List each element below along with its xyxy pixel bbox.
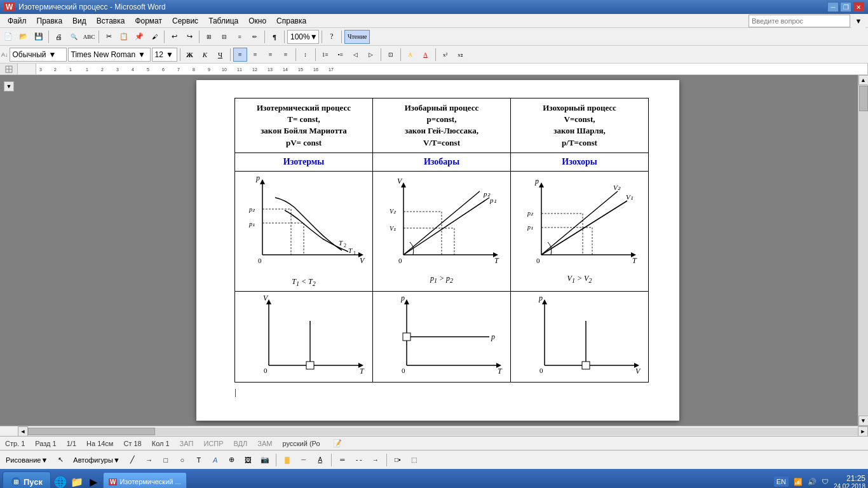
line-spacing-button[interactable]: ↕ bbox=[299, 48, 313, 62]
font-dropdown[interactable]: Times New Roman▼ bbox=[68, 48, 151, 62]
scroll-down-button[interactable]: ▼ bbox=[858, 416, 869, 426]
active-task-word[interactable]: W Изотермический ... bbox=[103, 472, 187, 488]
open-button[interactable]: 📂 bbox=[17, 30, 31, 44]
menu-edit[interactable]: Правка bbox=[32, 15, 68, 27]
scroll-left-button[interactable]: ◄ bbox=[18, 426, 28, 437]
diagram-tool[interactable]: ⊕ bbox=[225, 453, 239, 467]
numbering-button[interactable]: 1≡ bbox=[318, 48, 332, 62]
scroll-right-button[interactable]: ► bbox=[858, 426, 868, 437]
ellipse-tool[interactable]: ○ bbox=[175, 453, 189, 467]
highlight-button[interactable]: A bbox=[403, 48, 417, 62]
right-scrollbar[interactable]: ▲ ▼ bbox=[858, 75, 868, 426]
outside-border-button[interactable]: ⊡ bbox=[384, 48, 398, 62]
scroll-up-button[interactable]: ▲ bbox=[858, 75, 869, 85]
underline-button[interactable]: Ч bbox=[214, 48, 227, 62]
menu-file[interactable]: Файл bbox=[3, 15, 32, 27]
line-style-button[interactable]: ═ bbox=[336, 453, 349, 467]
drawing-button[interactable]: ✏ bbox=[248, 30, 262, 44]
subscript-button[interactable]: x₂ bbox=[454, 48, 468, 62]
bold-button[interactable]: Ж bbox=[183, 48, 197, 62]
start-button[interactable]: ⊞ Пуск bbox=[3, 471, 51, 488]
menu-window[interactable]: Окно bbox=[243, 15, 271, 27]
bullets-button[interactable]: •≡ bbox=[334, 48, 348, 62]
svg-text:5: 5 bbox=[147, 67, 149, 72]
table-diagram-row-2: V T 0 bbox=[235, 292, 649, 383]
scroll-track[interactable] bbox=[858, 85, 869, 416]
menu-help[interactable]: Справка bbox=[271, 15, 311, 27]
wordart-tool[interactable]: A bbox=[208, 453, 222, 467]
arrow-tool[interactable]: → bbox=[142, 453, 156, 467]
help-search-input[interactable] bbox=[749, 15, 850, 27]
italic-button[interactable]: К bbox=[198, 48, 212, 62]
pages-status: 1/1 bbox=[67, 440, 76, 447]
cut-button[interactable]: ✂ bbox=[102, 30, 116, 44]
copy-button[interactable]: 📋 bbox=[117, 30, 131, 44]
style-dropdown[interactable]: Обычный▼ bbox=[10, 48, 67, 62]
svg-text:p₂: p₂ bbox=[483, 190, 491, 198]
fontsize-dropdown[interactable]: 12▼ bbox=[152, 48, 177, 62]
menu-table[interactable]: Таблица bbox=[203, 15, 243, 27]
close-button[interactable]: ✕ bbox=[853, 2, 864, 12]
scroll-thumb[interactable] bbox=[859, 86, 868, 111]
print-button[interactable]: 🖨 bbox=[51, 30, 65, 44]
font-color-button[interactable]: A bbox=[419, 48, 433, 62]
redo-button[interactable]: ↪ bbox=[182, 30, 196, 44]
separator-1 bbox=[48, 30, 49, 43]
increase-indent-button[interactable]: ▷ bbox=[364, 48, 378, 62]
3d-button[interactable]: ⬚ bbox=[407, 453, 421, 467]
save-button[interactable]: 💾 bbox=[32, 30, 46, 44]
menu-insert[interactable]: Вставка bbox=[92, 15, 130, 27]
columns-button[interactable]: ≡ bbox=[233, 30, 247, 44]
col2-header: Изобарный процессp=const,закон Гей-Люсса… bbox=[373, 98, 511, 153]
show-para-button[interactable]: ¶ bbox=[268, 30, 281, 44]
svg-line-47 bbox=[403, 198, 489, 255]
arrow-style-button[interactable]: → bbox=[369, 453, 383, 467]
insert-table-button[interactable]: ⊞ bbox=[202, 30, 216, 44]
fill-color-button[interactable]: ▓ bbox=[280, 453, 294, 467]
paste-button[interactable]: 📌 bbox=[132, 30, 146, 44]
rect-tool[interactable]: □ bbox=[159, 453, 173, 467]
justify-button[interactable]: ≡ bbox=[279, 48, 293, 62]
menu-tools[interactable]: Сервис bbox=[167, 15, 203, 27]
select-objects-button[interactable]: ↖ bbox=[53, 453, 67, 467]
shadow-button[interactable]: □▪ bbox=[391, 453, 405, 467]
explorer-quicklaunch[interactable]: 📁 bbox=[70, 475, 84, 488]
image-tool[interactable]: 📷 bbox=[258, 453, 272, 467]
font-color-draw-button[interactable]: A bbox=[313, 453, 327, 467]
svg-text:8: 8 bbox=[193, 67, 195, 72]
superscript-button[interactable]: x² bbox=[438, 48, 452, 62]
print-preview-button[interactable]: 🔍 bbox=[67, 30, 81, 44]
menu-view[interactable]: Вид bbox=[67, 15, 92, 27]
svg-text:p: p bbox=[400, 294, 405, 302]
restore-button[interactable]: ❐ bbox=[840, 2, 851, 12]
align-left-button[interactable]: ≡ bbox=[233, 48, 247, 62]
decrease-indent-button[interactable]: ◁ bbox=[349, 48, 363, 62]
undo-button[interactable]: ↩ bbox=[167, 30, 181, 44]
media-quicklaunch[interactable]: ▶ bbox=[86, 475, 100, 488]
insert-excel-button[interactable]: ⊟ bbox=[217, 30, 231, 44]
line-color-button[interactable]: ─ bbox=[297, 453, 311, 467]
gas-laws-table: Изотермический процессT= const,закон Бой… bbox=[234, 98, 649, 383]
autoshapes-dropdown[interactable]: Автофигуры ▼ bbox=[70, 453, 123, 467]
read-mode-button[interactable]: Чтение bbox=[344, 30, 370, 44]
vdl-status: ВДЛ bbox=[233, 440, 247, 447]
minimize-button[interactable]: ─ bbox=[827, 2, 839, 12]
dash-style-button[interactable]: - - bbox=[352, 453, 366, 467]
ie-quicklaunch[interactable]: 🌐 bbox=[53, 475, 67, 488]
spell-button[interactable]: ABC bbox=[82, 30, 96, 44]
h-scroll-thumb[interactable] bbox=[28, 428, 155, 435]
h-scroll-track[interactable] bbox=[28, 428, 858, 435]
menu-format[interactable]: Формат bbox=[130, 15, 167, 27]
align-center-button[interactable]: ≡ bbox=[248, 48, 262, 62]
format-painter-button[interactable]: 🖌 bbox=[147, 30, 161, 44]
align-right-button[interactable]: ≡ bbox=[264, 48, 278, 62]
help-button[interactable]: ? bbox=[325, 30, 339, 44]
line-tool[interactable]: ╱ bbox=[126, 453, 140, 467]
textbox-tool[interactable]: T bbox=[192, 453, 206, 467]
svg-text:T: T bbox=[494, 256, 499, 265]
draw-dropdown[interactable]: Рисование ▼ bbox=[3, 453, 51, 467]
new-button[interactable]: 📄 bbox=[1, 30, 15, 44]
svg-text:T: T bbox=[360, 367, 365, 376]
clipart-tool[interactable]: 🖼 bbox=[241, 453, 255, 467]
help-search-button[interactable]: ▼ bbox=[851, 14, 865, 28]
